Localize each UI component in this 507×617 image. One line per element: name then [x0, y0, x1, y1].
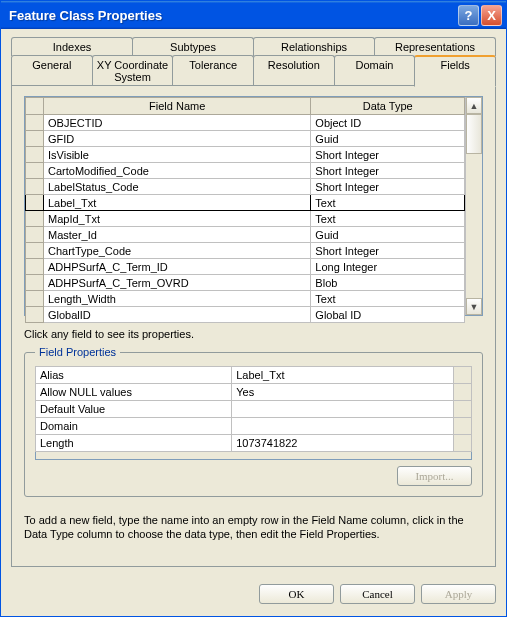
field-name-cell[interactable]: Length_Width: [44, 291, 311, 307]
field-type-cell[interactable]: Short Integer: [311, 147, 465, 163]
table-row[interactable]: OBJECTIDObject ID: [26, 115, 465, 131]
field-type-cell[interactable]: Guid: [311, 131, 465, 147]
property-button-cell[interactable]: [454, 418, 472, 435]
row-header[interactable]: [26, 275, 44, 291]
row-header[interactable]: [26, 211, 44, 227]
field-type-cell[interactable]: Global ID: [311, 307, 465, 323]
title-bar[interactable]: Feature Class Properties ? X: [1, 1, 506, 29]
row-header[interactable]: [26, 307, 44, 323]
property-button-cell[interactable]: [454, 401, 472, 418]
field-name-cell[interactable]: Master_Id: [44, 227, 311, 243]
field-name-cell[interactable]: IsVisible: [44, 147, 311, 163]
field-type-cell[interactable]: Blob: [311, 275, 465, 291]
fields-header-type[interactable]: Data Type: [311, 98, 465, 115]
property-row[interactable]: Domain: [36, 418, 472, 435]
scroll-track[interactable]: [466, 114, 482, 298]
tab-indexes[interactable]: Indexes: [11, 37, 133, 56]
property-row[interactable]: Length1073741822: [36, 435, 472, 452]
help-button[interactable]: ?: [458, 5, 479, 26]
row-header[interactable]: [26, 115, 44, 131]
field-type-cell[interactable]: Text: [311, 291, 465, 307]
table-row[interactable]: CartoModified_CodeShort Integer: [26, 163, 465, 179]
ok-button[interactable]: OK: [259, 584, 334, 604]
row-header[interactable]: [26, 179, 44, 195]
property-name-cell: Length: [36, 435, 232, 452]
property-value-cell[interactable]: [232, 418, 454, 435]
properties-table[interactable]: AliasLabel_TxtAllow NULL valuesYesDefaul…: [35, 366, 472, 452]
dialog-window: Feature Class Properties ? X Indexes Sub…: [0, 0, 507, 617]
table-row[interactable]: ADHPSurfA_C_Term_IDLong Integer: [26, 259, 465, 275]
property-value-cell[interactable]: [232, 401, 454, 418]
row-header[interactable]: [26, 163, 44, 179]
fields-header-name[interactable]: Field Name: [44, 98, 311, 115]
tab-resolution[interactable]: Resolution: [253, 55, 335, 86]
field-name-cell[interactable]: ADHPSurfA_C_Term_ID: [44, 259, 311, 275]
fields-scrollbar[interactable]: ▲ ▼: [465, 97, 482, 315]
tab-general[interactable]: General: [11, 55, 93, 86]
field-type-cell[interactable]: Text: [311, 195, 465, 211]
field-name-cell[interactable]: Label_Txt: [44, 195, 311, 211]
row-header[interactable]: [26, 259, 44, 275]
field-name-cell[interactable]: GlobalID: [44, 307, 311, 323]
table-row[interactable]: Length_WidthText: [26, 291, 465, 307]
row-header[interactable]: [26, 195, 44, 211]
property-row[interactable]: Default Value: [36, 401, 472, 418]
table-row[interactable]: GlobalIDGlobal ID: [26, 307, 465, 323]
tab-xy-coordinate-system[interactable]: XY Coordinate System: [92, 55, 174, 86]
dialog-content: Indexes Subtypes Relationships Represent…: [1, 29, 506, 576]
field-type-cell[interactable]: Object ID: [311, 115, 465, 131]
tab-representations[interactable]: Representations: [374, 37, 496, 56]
tab-tolerance[interactable]: Tolerance: [172, 55, 254, 86]
table-row[interactable]: LabelStatus_CodeShort Integer: [26, 179, 465, 195]
field-name-cell[interactable]: ChartType_Code: [44, 243, 311, 259]
scroll-up-button[interactable]: ▲: [466, 97, 482, 114]
field-type-cell[interactable]: Short Integer: [311, 179, 465, 195]
property-row[interactable]: Allow NULL valuesYes: [36, 384, 472, 401]
window-title: Feature Class Properties: [9, 8, 456, 23]
field-type-cell[interactable]: Text: [311, 211, 465, 227]
row-header[interactable]: [26, 131, 44, 147]
field-type-cell[interactable]: Short Integer: [311, 243, 465, 259]
table-row[interactable]: ChartType_CodeShort Integer: [26, 243, 465, 259]
field-type-cell[interactable]: Long Integer: [311, 259, 465, 275]
row-header[interactable]: [26, 227, 44, 243]
tab-relationships[interactable]: Relationships: [253, 37, 375, 56]
row-header[interactable]: [26, 243, 44, 259]
property-name-cell: Default Value: [36, 401, 232, 418]
table-row[interactable]: Label_TxtText: [26, 195, 465, 211]
field-type-cell[interactable]: Guid: [311, 227, 465, 243]
table-row[interactable]: ADHPSurfA_C_Term_OVRDBlob: [26, 275, 465, 291]
table-row[interactable]: Master_IdGuid: [26, 227, 465, 243]
property-button-cell[interactable]: [454, 367, 472, 384]
cancel-button[interactable]: Cancel: [340, 584, 415, 604]
import-button: Import...: [397, 466, 472, 486]
field-name-cell[interactable]: GFID: [44, 131, 311, 147]
property-button-cell[interactable]: [454, 435, 472, 452]
close-button[interactable]: X: [481, 5, 502, 26]
tab-subtypes[interactable]: Subtypes: [132, 37, 254, 56]
property-value-cell[interactable]: Yes: [232, 384, 454, 401]
property-name-cell: Alias: [36, 367, 232, 384]
scroll-thumb[interactable]: [466, 114, 482, 154]
scroll-down-button[interactable]: ▼: [466, 298, 482, 315]
table-row[interactable]: IsVisibleShort Integer: [26, 147, 465, 163]
field-name-cell[interactable]: LabelStatus_Code: [44, 179, 311, 195]
field-name-cell[interactable]: ADHPSurfA_C_Term_OVRD: [44, 275, 311, 291]
field-name-cell[interactable]: MapId_Txt: [44, 211, 311, 227]
fields-table[interactable]: Field Name Data Type OBJECTIDObject IDGF…: [25, 97, 465, 323]
row-header[interactable]: [26, 291, 44, 307]
property-row[interactable]: AliasLabel_Txt: [36, 367, 472, 384]
table-row[interactable]: MapId_TxtText: [26, 211, 465, 227]
field-name-cell[interactable]: CartoModified_Code: [44, 163, 311, 179]
field-type-cell[interactable]: Short Integer: [311, 163, 465, 179]
tab-domain[interactable]: Domain: [334, 55, 416, 86]
field-properties-group: Field Properties AliasLabel_TxtAllow NUL…: [24, 346, 483, 497]
tab-fields[interactable]: Fields: [414, 55, 496, 87]
property-value-cell[interactable]: 1073741822: [232, 435, 454, 452]
property-button-cell[interactable]: [454, 384, 472, 401]
field-name-cell[interactable]: OBJECTID: [44, 115, 311, 131]
tab-panel-fields: Field Name Data Type OBJECTIDObject IDGF…: [11, 85, 496, 567]
table-row[interactable]: GFIDGuid: [26, 131, 465, 147]
row-header[interactable]: [26, 147, 44, 163]
property-value-cell[interactable]: Label_Txt: [232, 367, 454, 384]
